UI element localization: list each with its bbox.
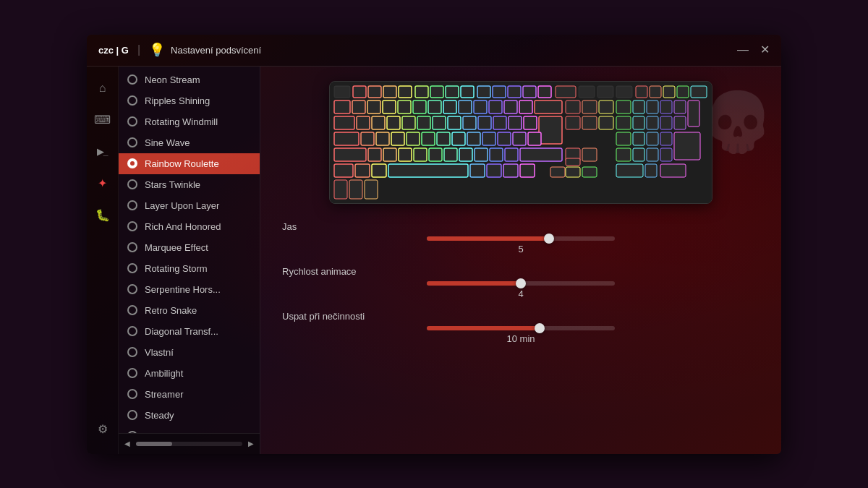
- svg-rect-37: [535, 100, 562, 114]
- svg-rect-14: [538, 86, 551, 98]
- svg-rect-11: [493, 86, 506, 98]
- svg-rect-98: [520, 148, 562, 161]
- sidebar-icon-terminal[interactable]: ▶_: [90, 139, 116, 165]
- effect-label-ripples-shining: Ripples Shining: [145, 95, 210, 106]
- animation-thumb[interactable]: [516, 278, 526, 288]
- svg-rect-50: [387, 116, 400, 129]
- svg-rect-32: [459, 100, 472, 114]
- svg-rect-19: [636, 86, 647, 98]
- effect-label-steady: Steady: [145, 410, 174, 421]
- close-button[interactable]: ✕: [760, 44, 770, 56]
- radio-ripples-shining: [127, 95, 137, 106]
- svg-rect-100: [582, 148, 597, 161]
- effect-item-retro-snake[interactable]: Retro Snake: [119, 300, 260, 321]
- effect-item-stars-twinkle[interactable]: Stars Twinkle: [119, 174, 260, 195]
- radio-ambilight: [127, 368, 137, 378]
- minimize-button[interactable]: —: [737, 44, 749, 56]
- effect-item-serpentine-hors[interactable]: Serpentine Hors...: [119, 279, 260, 300]
- svg-rect-46: [688, 100, 699, 127]
- svg-rect-106: [355, 164, 370, 177]
- svg-rect-41: [616, 100, 631, 114]
- svg-rect-95: [475, 148, 488, 161]
- svg-rect-52: [417, 116, 430, 129]
- scroll-track[interactable]: [136, 442, 242, 446]
- svg-rect-88: [368, 148, 381, 161]
- svg-rect-65: [633, 116, 644, 129]
- svg-rect-74: [422, 132, 435, 145]
- radio-stars-twinkle: [127, 179, 137, 189]
- svg-rect-66: [647, 116, 658, 129]
- svg-rect-26: [367, 100, 380, 114]
- svg-rect-25: [352, 100, 365, 114]
- effect-item-rich-and-honored[interactable]: Rich And Honored: [119, 216, 260, 237]
- brightness-fill: [427, 236, 549, 241]
- sleep-label: Uspat při nečinnosti: [282, 311, 760, 322]
- svg-rect-43: [647, 100, 658, 114]
- effect-item-breathing[interactable]: Breathing: [119, 426, 260, 433]
- svg-rect-120: [334, 180, 347, 199]
- svg-rect-20: [650, 86, 661, 98]
- brightness-thumb[interactable]: [544, 234, 554, 244]
- effect-item-diagonal-transf[interactable]: Diagonal Transf...: [119, 321, 260, 342]
- main-area: 💀: [260, 67, 781, 454]
- sidebar-icon-lighting[interactable]: ✦: [90, 171, 116, 197]
- sleep-thumb[interactable]: [535, 323, 545, 333]
- sidebar-icon-settings[interactable]: ⚙: [90, 416, 116, 442]
- svg-rect-117: [616, 164, 643, 177]
- sleep-slider[interactable]: [427, 326, 615, 330]
- svg-rect-47: [334, 116, 354, 129]
- effect-label-vlastni: Vlastní: [145, 347, 174, 358]
- effect-label-rotating-windmill: Rotating Windmill: [145, 116, 218, 127]
- controls-section: Jas 5 Rychlost animace: [282, 221, 760, 344]
- effect-item-steady[interactable]: Steady: [119, 405, 260, 426]
- window-controls: — ✕: [737, 44, 770, 56]
- svg-rect-84: [647, 132, 658, 145]
- svg-rect-82: [616, 132, 631, 145]
- svg-rect-75: [437, 132, 450, 145]
- effect-item-rainbow-roulette[interactable]: Rainbow Roulette: [119, 153, 260, 174]
- svg-rect-92: [429, 148, 442, 161]
- sidebar-icon-keyboard[interactable]: ⌨: [90, 107, 116, 133]
- animation-fill: [427, 281, 521, 286]
- radio-vlastni: [127, 347, 137, 357]
- effect-item-vlastni[interactable]: Vlastní: [119, 342, 260, 363]
- animation-slider[interactable]: [427, 281, 615, 286]
- svg-rect-111: [503, 164, 518, 177]
- svg-rect-1: [334, 86, 350, 98]
- svg-rect-9: [461, 86, 474, 98]
- sidebar-icon-home[interactable]: ⌂: [90, 75, 116, 101]
- effect-item-ambilight[interactable]: Ambilight: [119, 363, 260, 384]
- effect-item-ripples-shining[interactable]: Ripples Shining: [119, 90, 260, 111]
- svg-rect-87: [334, 148, 366, 161]
- effect-item-streamer[interactable]: Streamer: [119, 384, 260, 405]
- effect-item-layer-upon-layer[interactable]: Layer Upon Layer: [119, 195, 260, 216]
- animation-value: 4: [518, 288, 523, 299]
- svg-rect-69: [334, 132, 359, 145]
- animation-control: Rychlost animace 4: [282, 266, 760, 299]
- brightness-slider-container: 5: [282, 236, 760, 254]
- effect-item-rotating-windmill[interactable]: Rotating Windmill: [119, 111, 260, 132]
- sidebar-icon-macro[interactable]: 🐛: [90, 202, 116, 228]
- svg-rect-101: [616, 148, 631, 161]
- radio-layer-upon-layer: [127, 200, 137, 210]
- svg-rect-85: [660, 132, 672, 145]
- scroll-left-arrow[interactable]: ◀: [119, 437, 136, 451]
- svg-rect-55: [463, 116, 476, 129]
- svg-rect-81: [528, 132, 541, 145]
- effect-item-sine-wave[interactable]: Sine Wave: [119, 132, 260, 153]
- radio-rotating-windmill: [127, 116, 137, 127]
- radio-inner-rainbow-roulette: [130, 161, 135, 166]
- effect-item-neon-stream[interactable]: Neon Stream: [119, 69, 260, 90]
- radio-rainbow-roulette: [127, 158, 137, 168]
- svg-rect-104: [660, 148, 672, 161]
- effect-label-rotating-storm: Rotating Storm: [145, 263, 208, 274]
- svg-rect-49: [372, 116, 385, 129]
- keyboard-visual: [329, 81, 712, 204]
- effect-item-rotating-storm[interactable]: Rotating Storm: [119, 258, 260, 279]
- effect-item-marquee-effect[interactable]: Marquee Effect: [119, 237, 260, 258]
- brightness-slider[interactable]: [427, 236, 615, 241]
- svg-rect-64: [616, 116, 631, 129]
- svg-rect-22: [677, 86, 689, 98]
- animation-slider-container: 4: [282, 281, 760, 299]
- scroll-right-arrow[interactable]: ▶: [242, 437, 260, 451]
